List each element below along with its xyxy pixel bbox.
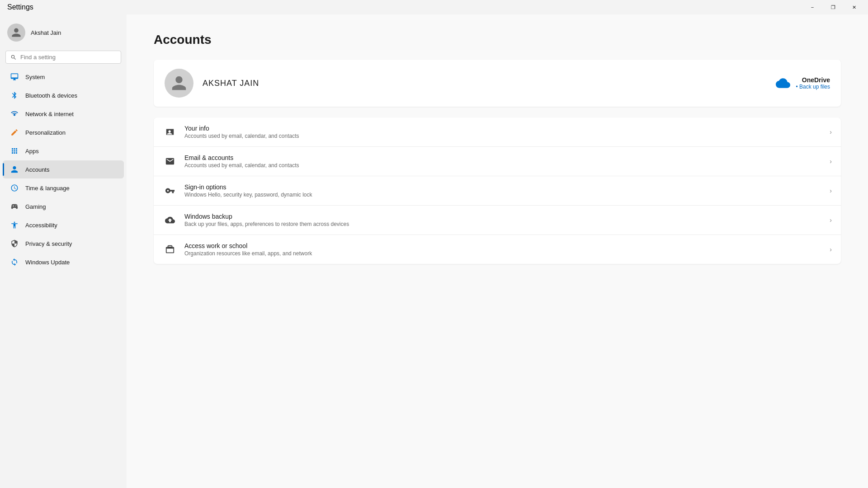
title-bar: Settings − ❐ ✕ — [0, 0, 868, 14]
user-card: AKSHAT JAIN OneDrive Back up files — [154, 60, 841, 107]
chevron-right-icon: › — [830, 158, 832, 165]
close-button[interactable]: ✕ — [844, 0, 864, 14]
chevron-right-icon: › — [830, 216, 832, 224]
title-bar-title: Settings — [7, 3, 33, 11]
content-area: Accounts AKSHAT JAIN OneDrive Back up fi… — [127, 14, 868, 488]
update-icon — [10, 258, 19, 267]
settings-item-desc: Back up your files, apps, preferences to… — [184, 221, 822, 227]
sidebar-item-label: Gaming — [25, 203, 46, 210]
settings-item-sign-in[interactable]: Sign-in options Windows Hello, security … — [154, 176, 841, 206]
gaming-icon — [10, 202, 19, 211]
minimize-button[interactable]: − — [802, 0, 823, 14]
sidebar-item-label: Privacy & security — [25, 240, 72, 247]
user-card-name: AKSHAT JAIN — [203, 79, 259, 88]
sidebar: Akshat Jain System Bluetooth & devices — [0, 14, 127, 488]
settings-item-desc: Organization resources like email, apps,… — [184, 250, 822, 257]
shield-icon — [10, 239, 19, 248]
user-card-left: AKSHAT JAIN — [165, 69, 259, 98]
onedrive-title: OneDrive — [796, 76, 830, 84]
settings-item-text: Your info Accounts used by email, calend… — [184, 125, 822, 139]
settings-item-email[interactable]: Email & accounts Accounts used by email,… — [154, 147, 841, 176]
search-box — [5, 51, 121, 64]
settings-item-your-info[interactable]: Your info Accounts used by email, calend… — [154, 117, 841, 147]
settings-item-desc: Accounts used by email, calendar, and co… — [184, 162, 822, 169]
settings-item-desc: Windows Hello, security key, password, d… — [184, 192, 822, 198]
key-icon — [163, 183, 177, 198]
settings-item-title: Access work or school — [184, 242, 822, 249]
onedrive-text: OneDrive Back up files — [796, 76, 830, 90]
avatar — [7, 23, 25, 42]
search-icon — [10, 54, 17, 61]
settings-item-text: Email & accounts Accounts used by email,… — [184, 154, 822, 169]
onedrive-sub: Back up files — [796, 84, 830, 90]
sidebar-item-label: System — [25, 74, 45, 80]
sidebar-item-network[interactable]: Network & internet — [3, 105, 124, 123]
title-bar-left: Settings — [7, 3, 33, 11]
sidebar-item-label: Windows Update — [25, 259, 70, 266]
user-card-right: OneDrive Back up files — [776, 76, 830, 90]
email-icon — [163, 154, 177, 169]
sidebar-item-accounts[interactable]: Accounts — [3, 160, 124, 178]
apps-icon — [10, 146, 19, 155]
search-input[interactable] — [20, 54, 116, 61]
settings-item-desc: Accounts used by email, calendar, and co… — [184, 133, 822, 139]
sidebar-item-apps[interactable]: Apps — [3, 142, 124, 160]
monitor-icon — [10, 72, 19, 81]
user-card-avatar — [165, 69, 193, 98]
sidebar-item-time[interactable]: Time & language — [3, 179, 124, 197]
chevron-right-icon: › — [830, 246, 832, 253]
sidebar-item-label: Accounts — [25, 166, 49, 173]
sidebar-item-bluetooth[interactable]: Bluetooth & devices — [3, 86, 124, 104]
settings-item-text: Sign-in options Windows Hello, security … — [184, 183, 822, 198]
chevron-right-icon: › — [830, 187, 832, 194]
chevron-right-icon: › — [830, 128, 832, 136]
sidebar-item-accessibility[interactable]: Accessibility — [3, 216, 124, 234]
sidebar-item-label: Apps — [25, 148, 39, 155]
sidebar-item-windows-update[interactable]: Windows Update — [3, 253, 124, 271]
sidebar-item-label: Time & language — [25, 185, 70, 192]
bluetooth-icon — [10, 91, 19, 100]
app-body: Akshat Jain System Bluetooth & devices — [0, 14, 868, 488]
sidebar-nav: System Bluetooth & devices Network & int… — [0, 67, 127, 272]
sidebar-item-system[interactable]: System — [3, 68, 124, 86]
page-title: Accounts — [154, 33, 841, 47]
sidebar-item-label: Bluetooth & devices — [25, 92, 77, 99]
sidebar-item-label: Personalization — [25, 129, 66, 136]
clock-icon — [10, 183, 19, 192]
person-info-icon — [163, 125, 177, 139]
briefcase-icon — [163, 242, 177, 257]
sidebar-item-label: Accessibility — [25, 222, 57, 229]
onedrive-icon — [776, 76, 790, 90]
pencil-icon — [10, 128, 19, 137]
backup-icon — [163, 213, 177, 227]
settings-item-work-school[interactable]: Access work or school Organization resou… — [154, 235, 841, 264]
settings-item-title: Sign-in options — [184, 183, 822, 191]
sidebar-item-gaming[interactable]: Gaming — [3, 197, 124, 216]
settings-item-text: Access work or school Organization resou… — [184, 242, 822, 257]
sidebar-user[interactable]: Akshat Jain — [0, 18, 127, 49]
settings-item-backup[interactable]: Windows backup Back up your files, apps,… — [154, 206, 841, 235]
restore-button[interactable]: ❐ — [823, 0, 844, 14]
sidebar-user-name: Akshat Jain — [31, 29, 61, 36]
accessibility-icon — [10, 221, 19, 230]
settings-item-title: Windows backup — [184, 213, 822, 220]
person-icon — [10, 165, 19, 174]
sidebar-item-personalization[interactable]: Personalization — [3, 123, 124, 141]
network-icon — [10, 109, 19, 118]
settings-list: Your info Accounts used by email, calend… — [154, 117, 841, 264]
sidebar-item-label: Network & internet — [25, 111, 74, 117]
sidebar-item-privacy[interactable]: Privacy & security — [3, 235, 124, 253]
title-bar-controls: − ❐ ✕ — [802, 0, 864, 14]
settings-item-title: Email & accounts — [184, 154, 822, 161]
settings-item-text: Windows backup Back up your files, apps,… — [184, 213, 822, 227]
settings-item-title: Your info — [184, 125, 822, 132]
